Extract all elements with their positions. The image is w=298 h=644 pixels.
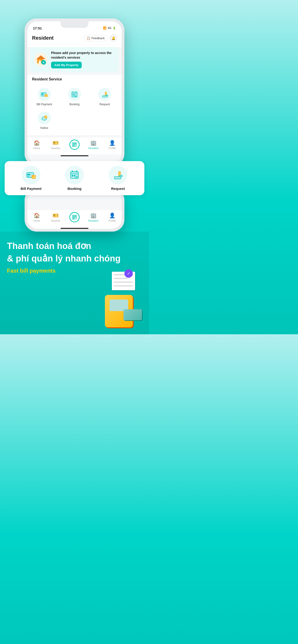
expanded-request-label: Request	[111, 186, 125, 190]
service-request[interactable]: Request	[90, 85, 119, 108]
property-banner: Please add your property to access the r…	[30, 47, 119, 72]
nav-profile[interactable]: 👤 Profile	[105, 140, 119, 150]
lower-voucher-label: Voucher	[51, 219, 60, 222]
lower-nav-voucher[interactable]: 🎫 Voucher	[49, 212, 63, 222]
expanded-booking[interactable]: Booking	[63, 166, 86, 190]
svg-rect-32	[75, 145, 75, 146]
expanded-booking-icon-wrap	[65, 166, 84, 184]
nav-qr[interactable]	[68, 140, 82, 150]
svg-rect-33	[76, 145, 77, 146]
lower-resident-icon: 🏢	[90, 212, 97, 218]
lower-profile-icon: 👤	[109, 212, 115, 218]
lower-nav-profile[interactable]: 👤 Profile	[105, 212, 119, 222]
feedback-icon: 📋	[87, 36, 90, 40]
status-time: 17:51	[33, 26, 42, 30]
nav-resident[interactable]: 🏢 Resident	[86, 140, 100, 150]
lower-bottom-nav: 🏠 Home 🎫 Voucher	[27, 210, 122, 227]
lower-nav-home[interactable]: 🏠 Home	[30, 212, 44, 222]
service-grid: Bill Payment	[27, 83, 122, 135]
nav-home[interactable]: 🏠 Home	[30, 140, 44, 150]
request-label: Request	[100, 103, 110, 106]
receipt: ✓	[112, 272, 135, 290]
service-bill-payment[interactable]: Bill Payment	[30, 85, 59, 108]
viet-section: Thanh toán hoá đơn & phí quản lý nhanh c…	[0, 232, 149, 334]
app-content: Please add your property to access the r…	[27, 47, 122, 163]
bottom-nav: 🏠 Home 🎫 Voucher	[27, 137, 122, 154]
bill-payment-label: Bill Payment	[37, 103, 52, 106]
svg-rect-38	[28, 176, 30, 176]
bill-payment-icon-wrap	[38, 88, 51, 101]
voucher-nav-label: Voucher	[51, 147, 60, 150]
expanded-cards: Bill Payment Booking Request	[5, 161, 144, 195]
service-notice[interactable]: Notice	[30, 109, 59, 132]
property-message: Please add your property to access the r…	[51, 51, 115, 60]
svg-rect-50	[114, 177, 121, 179]
svg-rect-42	[71, 173, 79, 174]
add-property-button[interactable]: Add My Property	[51, 62, 82, 68]
svg-rect-59	[75, 218, 75, 219]
app-header: Resident 📋 Feedback 🔔	[27, 32, 122, 44]
expanded-booking-label: Booking	[68, 186, 82, 190]
nav-voucher[interactable]: 🎫 Voucher	[49, 140, 63, 150]
qr-button[interactable]	[69, 140, 80, 150]
svg-rect-58	[76, 218, 77, 218]
signal-icon: 📶	[103, 26, 107, 30]
resident-service-title: Resident Service	[27, 75, 122, 83]
svg-rect-40	[32, 176, 34, 177]
svg-rect-9	[42, 95, 43, 95]
lower-nav-resident[interactable]: 🏢 Resident	[86, 212, 100, 222]
battery-icon: 🔋	[113, 26, 116, 30]
network-label: 4G	[108, 26, 111, 30]
svg-rect-56	[73, 218, 74, 219]
booking-label: Booking	[69, 103, 79, 106]
svg-rect-45	[72, 175, 73, 176]
svg-rect-13	[72, 93, 77, 94]
lower-home-indicator	[61, 228, 88, 229]
expanded-bill-payment[interactable]: Bill Payment	[20, 166, 43, 190]
header-actions: 📋 Feedback 🔔	[84, 34, 117, 42]
service-booking[interactable]: Booking	[60, 85, 89, 108]
lower-qr-button[interactable]	[69, 212, 80, 222]
status-icons: 📶 4G 🔋	[103, 26, 116, 30]
svg-rect-46	[74, 175, 75, 176]
svg-rect-54	[75, 216, 76, 216]
svg-rect-6	[43, 62, 44, 63]
voucher-nav-icon: 🎫	[53, 140, 59, 146]
svg-rect-17	[74, 94, 75, 95]
request-icon-wrap	[98, 88, 111, 101]
phone-screen: 17:51 📶 4G 🔋 Resident 📋 Feedback 🔔	[27, 21, 122, 163]
card-illustration	[123, 309, 142, 320]
notif-icon: 🔔	[111, 36, 115, 40]
lower-voucher-icon: 🎫	[53, 212, 59, 218]
profile-nav-label: Profile	[109, 147, 116, 150]
svg-rect-31	[73, 145, 74, 146]
svg-rect-8	[42, 94, 44, 94]
receipt-line-3	[114, 282, 133, 283]
lower-nav-qr[interactable]	[68, 212, 82, 222]
lower-phone-inner: 🏠 Home 🎫 Voucher	[27, 191, 122, 229]
svg-point-43	[72, 170, 73, 172]
lower-profile-label: Profile	[109, 219, 116, 222]
home-nav-icon: 🏠	[34, 140, 40, 146]
svg-rect-34	[75, 146, 75, 147]
property-text: Please add your property to access the r…	[51, 51, 115, 68]
feedback-button[interactable]: 📋 Feedback	[84, 35, 108, 41]
notification-button[interactable]: 🔔	[110, 34, 117, 42]
resident-nav-icon: 🏢	[90, 140, 97, 146]
phone-notch	[61, 21, 88, 28]
svg-rect-3	[39, 60, 41, 63]
notice-label: Notice	[40, 126, 48, 130]
viet-title-line1: Thanh toán hoá đơn	[7, 241, 142, 252]
svg-rect-23	[102, 96, 107, 97]
svg-rect-60	[76, 218, 77, 219]
viet-title-line2: & phí quản lý nhanh chóng	[7, 254, 142, 264]
expanded-bill-icon-wrap	[22, 166, 40, 184]
home-indicator	[61, 155, 88, 156]
profile-nav-icon: 👤	[109, 140, 115, 146]
receipt-line-4	[114, 285, 133, 286]
svg-rect-39	[32, 175, 36, 178]
expanded-request[interactable]: Request	[106, 166, 130, 190]
lower-home-icon: 🏠	[34, 212, 40, 218]
svg-rect-52	[73, 216, 74, 216]
svg-rect-29	[75, 143, 76, 144]
